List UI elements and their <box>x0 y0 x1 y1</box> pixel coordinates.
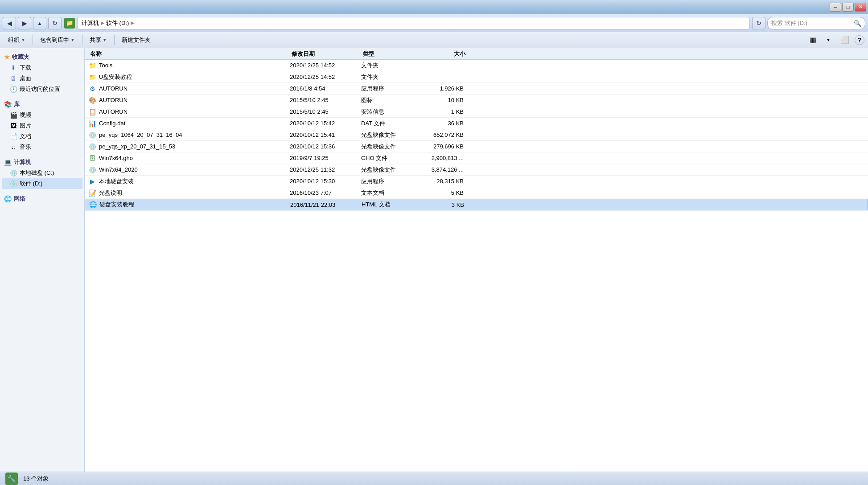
table-row[interactable]: 📋 AUTORUN 2015/5/10 2:45 安装信息 1 KB <box>85 106 868 118</box>
file-list-header: 名称 修改日期 类型 大小 <box>85 48 868 60</box>
sidebar-item-recent[interactable]: 🕐 最近访问的位置 <box>2 84 82 95</box>
status-bar: 🔧 13 个对象 <box>0 472 868 485</box>
file-name-text: pe_yqs_1064_20_07_31_16_04 <box>99 132 182 138</box>
sidebar-item-desktop[interactable]: 🖥 桌面 <box>2 73 82 84</box>
file-name-text: Tools <box>99 62 112 69</box>
sidebar-item-photo[interactable]: 🖼 图片 <box>2 120 82 131</box>
photo-icon: 🖼 <box>10 122 17 129</box>
file-type-cell: DAT 文件 <box>361 119 415 127</box>
file-size-cell: 1,926 KB <box>415 85 473 92</box>
file-type-cell: 光盘映像文件 <box>361 166 415 174</box>
sidebar-header-library[interactable]: 📚 库 <box>2 99 82 110</box>
table-row[interactable]: 💿 pe_yqs_1064_20_07_31_16_04 2020/10/12 … <box>85 129 868 141</box>
view-button[interactable]: ▦ <box>805 34 821 46</box>
close-button[interactable]: ✕ <box>855 3 866 12</box>
forward-button[interactable]: ▶ <box>18 17 31 29</box>
file-date-cell: 2020/12/25 14:52 <box>290 74 361 80</box>
sidebar-item-drive-c-label: 本地磁盘 (C:) <box>20 169 54 177</box>
file-date-cell: 2016/1/8 4:54 <box>290 85 361 92</box>
header-date[interactable]: 修改日期 <box>292 50 363 58</box>
refresh2-button[interactable]: ↻ <box>752 17 765 29</box>
help-button[interactable]: ? <box>855 35 864 45</box>
file-size-cell: 2,900,813 ... <box>415 155 473 161</box>
preview-button[interactable]: ⬜ <box>836 34 854 46</box>
view-dropdown-button[interactable]: ▼ <box>822 34 835 46</box>
file-type-cell: 文件夹 <box>361 62 415 70</box>
table-row[interactable]: 🎨 AUTORUN 2015/5/10 2:45 图标 10 KB <box>85 95 868 106</box>
favorites-icon: ★ <box>4 53 10 61</box>
file-icon: ⚙ <box>88 85 96 93</box>
file-icon: 💿 <box>88 143 96 151</box>
breadcrumb-computer[interactable]: 计算机 <box>82 19 99 27</box>
new-folder-button[interactable]: 新建文件夹 <box>117 34 155 46</box>
sidebar-item-drive-c[interactable]: 💿 本地磁盘 (C:) <box>2 168 82 178</box>
file-date-cell: 2020/12/25 14:52 <box>290 62 361 69</box>
sidebar-header-computer[interactable]: 💻 计算机 <box>2 157 82 168</box>
file-size-cell: 3 KB <box>415 201 473 208</box>
search-input[interactable]: 搜索 软件 (D:) 🔍 <box>767 17 865 29</box>
share-dropdown-arrow: ▼ <box>103 37 107 42</box>
back-button[interactable]: ◀ <box>3 17 16 29</box>
computer-icon: 💻 <box>4 159 12 166</box>
sidebar-header-network[interactable]: 🌐 网络 <box>2 193 82 204</box>
music-icon: ♫ <box>10 144 17 151</box>
sidebar-item-doc[interactable]: 📄 文档 <box>2 131 82 142</box>
file-type-cell: 文本文档 <box>361 189 415 197</box>
address-bar: ◀ ▶ ▲ ↻ 📁 计算机 ▶ 软件 (D:) ▶ ↻ 搜索 软件 (D:) 🔍 <box>0 14 868 32</box>
status-app-icon: 🔧 <box>5 473 18 485</box>
sidebar-item-music[interactable]: ♫ 音乐 <box>2 142 82 152</box>
table-row[interactable]: 🌐 硬盘安装教程 2016/11/21 22:03 HTML 文档 3 KB <box>85 199 868 210</box>
file-icon: 🌐 <box>89 201 97 209</box>
file-name-cell: 🌐 硬盘安装教程 <box>85 201 290 209</box>
file-icon: ▶ <box>88 177 96 185</box>
file-type-cell: 安装信息 <box>361 108 415 116</box>
toolbar-sep3 <box>114 35 115 45</box>
sidebar-header-favorites[interactable]: ★ 收藏夹 <box>2 52 82 62</box>
video-icon: 🎬 <box>10 111 17 119</box>
favorites-label: 收藏夹 <box>12 53 29 61</box>
minimize-button[interactable]: ─ <box>830 3 841 12</box>
file-size-cell: 3,874,126 ... <box>415 166 473 173</box>
file-type-cell: 光盘映像文件 <box>361 143 415 151</box>
table-row[interactable]: 📁 Tools 2020/12/25 14:52 文件夹 <box>85 60 868 71</box>
file-icon: 📊 <box>88 119 96 127</box>
sidebar-item-video[interactable]: 🎬 视频 <box>2 110 82 120</box>
computer-label: 计算机 <box>14 158 31 166</box>
breadcrumb[interactable]: 计算机 ▶ 软件 (D:) ▶ <box>78 17 749 29</box>
sidebar-section-computer: 💻 计算机 💿 本地磁盘 (C:) 💿 软件 (D:) <box>2 157 82 189</box>
refresh-button[interactable]: ↻ <box>48 17 62 29</box>
table-row[interactable]: 💿 pe_yqs_xp_20_07_31_15_53 2020/10/12 15… <box>85 141 868 152</box>
file-date-cell: 2016/11/21 22:03 <box>290 201 362 208</box>
sidebar-item-download[interactable]: ⬇ 下载 <box>2 62 82 73</box>
include-library-button[interactable]: 包含到库中 ▼ <box>36 34 79 46</box>
table-row[interactable]: ▶ 本地硬盘安装 2020/10/12 15:30 应用程序 28,315 KB <box>85 176 868 187</box>
search-icon[interactable]: 🔍 <box>854 20 861 27</box>
file-size-cell: 279,696 KB <box>415 143 473 150</box>
table-row[interactable]: 💿 Win7x64_2020 2020/12/25 11:32 光盘映像文件 3… <box>85 164 868 176</box>
sidebar-section-network: 🌐 网络 <box>2 193 82 204</box>
up-button[interactable]: ▲ <box>33 17 46 29</box>
include-dropdown-arrow: ▼ <box>70 37 75 42</box>
main-layout: ★ 收藏夹 ⬇ 下载 🖥 桌面 🕐 最近访问的位置 📚 库 � <box>0 48 868 472</box>
file-size-cell: 652,072 KB <box>415 132 473 138</box>
file-name-cell: ▶ 本地硬盘安装 <box>85 177 290 185</box>
table-row[interactable]: 🗄 Win7x64.gho 2019/9/7 19:25 GHO 文件 2,90… <box>85 152 868 164</box>
organize-button[interactable]: 组织 ▼ <box>4 34 30 46</box>
title-bar: ─ □ ✕ <box>0 0 868 14</box>
header-name[interactable]: 名称 <box>86 50 292 58</box>
sidebar-item-drive-d[interactable]: 💿 软件 (D:) <box>2 178 82 189</box>
breadcrumb-drive[interactable]: 软件 (D:) <box>106 19 129 27</box>
file-name-text: AUTORUN <box>99 108 128 115</box>
table-row[interactable]: ⚙ AUTORUN 2016/1/8 4:54 应用程序 1,926 KB <box>85 83 868 95</box>
header-size[interactable]: 大小 <box>416 50 474 58</box>
table-row[interactable]: 📁 U盘安装教程 2020/12/25 14:52 文件夹 <box>85 71 868 83</box>
maximize-button[interactable]: □ <box>842 3 854 12</box>
table-row[interactable]: 📊 Config.dat 2020/10/12 15:42 DAT 文件 36 … <box>85 118 868 129</box>
network-label: 网络 <box>14 195 25 203</box>
file-type-cell: 应用程序 <box>361 177 415 185</box>
share-button[interactable]: 共享 ▼ <box>85 34 111 46</box>
header-type[interactable]: 类型 <box>363 50 416 58</box>
file-name-text: 光盘说明 <box>99 189 122 197</box>
file-icon: 💿 <box>88 166 96 174</box>
table-row[interactable]: 📝 光盘说明 2016/10/23 7:07 文本文档 5 KB <box>85 187 868 199</box>
